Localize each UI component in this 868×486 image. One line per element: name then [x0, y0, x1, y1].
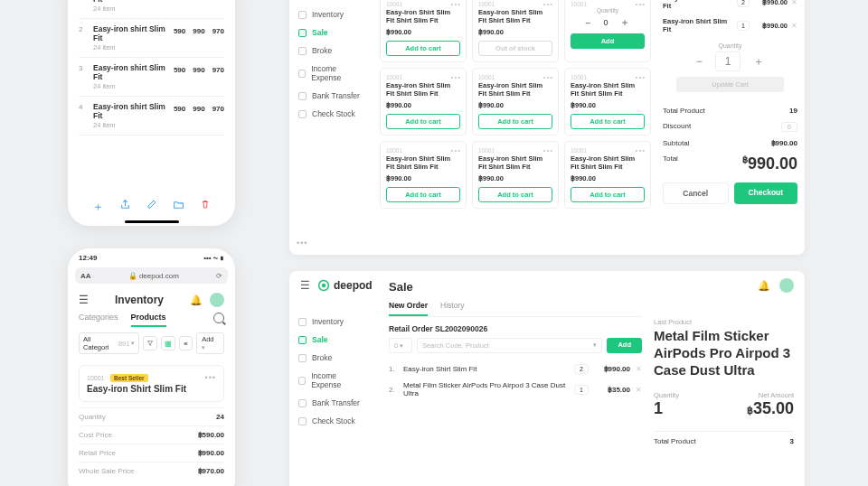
add-to-cart-button[interactable]: Add to cart: [386, 41, 460, 56]
product-card: 10001••• Easy-iron Shirt Slim Fit Shirt …: [380, 68, 467, 136]
cancel-button[interactable]: Cancel: [663, 182, 729, 204]
product-card: 10001••• Easy-iron Shirt Slim Fit Shirt …: [472, 141, 559, 209]
sidebar-item-check-stock[interactable]: Check Stock: [289, 412, 371, 430]
add-to-cart-button[interactable]: Add to cart: [478, 114, 552, 129]
best-seller-badge: Best Seller: [110, 374, 148, 382]
more-icon[interactable]: •••: [543, 0, 553, 8]
delete-icon[interactable]: [200, 199, 211, 215]
category-select[interactable]: All Categori 891▾: [79, 332, 139, 354]
order-item: 1.Easy-iron Shirt Slim Fit2฿990.00✕: [389, 360, 642, 378]
product-card: 10001••• Easy-iron Shirt Slim Fit Shirt …: [380, 141, 467, 209]
product-card: 10001••• Easy-iron Shirt Slim Fit Shirt …: [472, 0, 559, 62]
status-bar: 12:49 ••• ⏦ ▮: [68, 248, 235, 264]
more-icon[interactable]: •••: [636, 73, 646, 81]
pos-panel: InventorySaleBrokeIncome ExpenseBank Tra…: [289, 0, 805, 255]
discount-input[interactable]: 0: [781, 122, 797, 132]
url-bar[interactable]: AA 🔒 deepod.com ⟳: [75, 267, 228, 284]
qty-minus[interactable]: −: [586, 18, 591, 28]
sidebar-item-bank-transfer[interactable]: Bank Transfer: [289, 394, 371, 412]
product-card: 10001••• Easy-iron Shirt Slim Fit Shirt …: [472, 68, 559, 136]
sidebar-item-broke[interactable]: Broke: [289, 42, 371, 60]
folder-icon[interactable]: [173, 199, 184, 215]
more-icon[interactable]: •••: [543, 73, 553, 81]
order-item: 2.Metal Film Sticker AirPods Pro Airpod …: [389, 378, 642, 401]
qty-input[interactable]: 0 ▾: [389, 338, 412, 353]
text-size-icon[interactable]: AA: [80, 272, 91, 280]
more-icon[interactable]: •••: [543, 146, 553, 154]
bell-icon[interactable]: 🔔: [758, 280, 770, 292]
remove-icon[interactable]: ✕: [636, 386, 642, 394]
tab-new-order[interactable]: New Order: [389, 301, 428, 316]
add-to-cart-button[interactable]: Add to cart: [571, 114, 645, 129]
phone-inventory-detail: 12:49 ••• ⏦ ▮ AA 🔒 deepod.com ⟳ ☰ Invent…: [68, 248, 235, 486]
avatar[interactable]: [779, 278, 794, 293]
url-domain: 🔒 deepod.com: [91, 272, 216, 280]
out-of-stock: Out of stock: [478, 41, 552, 56]
search-icon[interactable]: [213, 313, 224, 323]
edit-icon[interactable]: [146, 199, 157, 215]
sidebar-item-inventory[interactable]: Inventory: [289, 5, 371, 23]
phone-inventory-list: 1 Easy-iron shirt Slim Fit24 item 590990…: [68, 0, 235, 226]
sidebar-item-broke[interactable]: Broke: [289, 349, 371, 367]
add-to-cart-button[interactable]: Add to cart: [386, 114, 460, 129]
menu-icon[interactable]: ☰: [300, 279, 310, 292]
filter-icon[interactable]: [143, 336, 157, 350]
remove-icon[interactable]: ✕: [791, 0, 797, 6]
more-icon[interactable]: •••: [451, 146, 461, 154]
tab-categories[interactable]: Categories: [79, 313, 118, 327]
more-icon[interactable]: •••: [451, 0, 461, 8]
more-icon[interactable]: •••: [451, 73, 461, 81]
more-icon[interactable]: •••: [205, 373, 216, 382]
menu-icon[interactable]: ☰: [79, 294, 89, 306]
tab-history[interactable]: History: [440, 301, 464, 316]
list-view-icon[interactable]: ≡: [179, 336, 193, 350]
qty-minus[interactable]: −: [696, 55, 703, 68]
detail-row: Quantity24: [79, 407, 224, 425]
checkout-button[interactable]: Checkout: [734, 182, 798, 204]
product-card[interactable]: 10001 Best Seller ••• Easy-iron Shirt Sl…: [79, 365, 224, 402]
list-item[interactable]: 4 Easy-iron shirt Slim Fit24 item 590990…: [79, 97, 224, 136]
detail-row: Retail Price฿990.00: [79, 444, 224, 462]
sidebar-item-bank-transfer[interactable]: Bank Transfer: [289, 87, 371, 105]
add-icon[interactable]: ＋: [92, 199, 104, 215]
avatar[interactable]: [210, 293, 224, 307]
cart-item: Easy-iron Shirt Slim Fit1฿990.00✕: [663, 14, 797, 37]
qty-plus[interactable]: ＋: [620, 16, 629, 29]
add-to-cart-button[interactable]: Add to cart: [386, 187, 460, 202]
order-id: Retail Order SL2002090026: [389, 324, 642, 333]
product-card: 10001••• Quantity−0＋Add: [564, 0, 651, 62]
add-button[interactable]: Add: [571, 33, 645, 49]
sidebar-item-check-stock[interactable]: Check Stock: [289, 105, 371, 123]
sidebar-item-sale[interactable]: Sale: [289, 23, 371, 42]
sidebar-item-income-expense[interactable]: Income Expense: [289, 367, 371, 394]
cart-item: Easy-iron Shirt Slim Fit2฿990.00✕: [663, 0, 797, 14]
list-item[interactable]: 1 Easy-iron shirt Slim Fit24 item 590990…: [79, 0, 224, 19]
bell-icon[interactable]: 🔔: [190, 294, 203, 306]
add-button[interactable]: Add ▾: [196, 332, 224, 354]
remove-icon[interactable]: ✕: [636, 365, 642, 373]
product-search[interactable]: Search Code, Product ▾: [417, 338, 602, 353]
sidebar-item-sale[interactable]: Sale: [289, 331, 371, 349]
qty-value[interactable]: 1: [715, 51, 741, 71]
sidebar-item-inventory[interactable]: Inventory: [289, 313, 371, 331]
sidebar-item-income-expense[interactable]: Income Expense: [289, 60, 371, 87]
qty-plus[interactable]: ＋: [753, 54, 764, 70]
more-icon[interactable]: •••: [636, 146, 646, 154]
last-product-name: Metal Film Sticker AirPods Pro Airpod 3 …: [654, 328, 794, 379]
share-icon[interactable]: [119, 199, 131, 215]
more-icon[interactable]: •••: [297, 238, 307, 248]
tab-products[interactable]: Products: [131, 313, 166, 327]
list-item[interactable]: 2 Easy-iron shirt Slim Fit24 item 590990…: [79, 19, 224, 58]
remove-icon[interactable]: ✕: [791, 22, 797, 30]
cart-panel: Cart Easy-iron Shirt Slim Fit2฿990.00✕Ea…: [656, 0, 805, 204]
add-to-cart-button[interactable]: Add to cart: [571, 187, 645, 202]
list-item[interactable]: 3 Easy-iron shirt Slim Fit24 item 590990…: [79, 58, 224, 97]
add-item-button[interactable]: Add: [607, 338, 642, 353]
more-icon[interactable]: •••: [636, 0, 646, 8]
update-cart-button[interactable]: Update Cart: [676, 77, 784, 92]
add-to-cart-button[interactable]: Add to cart: [478, 187, 552, 202]
reload-icon[interactable]: ⟳: [216, 272, 222, 280]
tabs: Categories Products: [68, 313, 235, 327]
grid-view-icon[interactable]: ▦: [161, 336, 175, 350]
brand-logo: ⦿deepod: [317, 278, 373, 293]
